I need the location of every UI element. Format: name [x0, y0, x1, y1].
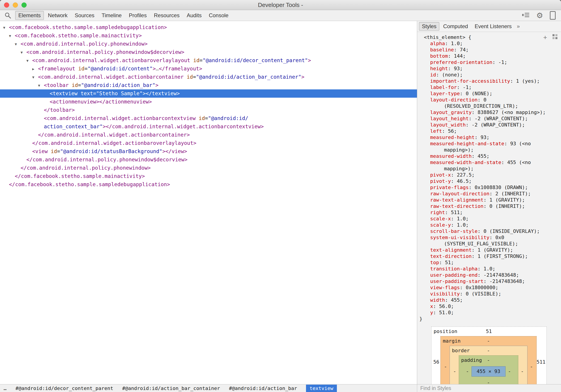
box-model-margin[interactable]: margin - - border - — [441, 336, 537, 384]
new-style-rule-icon[interactable]: + — [543, 34, 547, 41]
expanded-arrow-icon[interactable]: ▾ — [26, 57, 32, 65]
style-property[interactable]: user-padding-end: -2147483648; — [419, 272, 559, 278]
padding-bottom-value[interactable]: - — [487, 380, 490, 384]
tab-elements[interactable]: Elements — [15, 11, 44, 20]
style-property[interactable]: user-padding-start: -2147483648; — [419, 278, 559, 285]
style-property[interactable]: preferred-orientation: -1; — [419, 59, 559, 65]
style-property[interactable]: right: 511; — [419, 209, 559, 216]
style-property[interactable]: id: (none); — [419, 72, 559, 78]
style-property[interactable]: top: 51; — [419, 259, 559, 266]
tree-row[interactable]: ▾<com.facebook.stetho.sample.sampledebug… — [0, 23, 417, 31]
sidebar-tab-event-listeners[interactable]: Event Listeners — [472, 22, 515, 31]
style-property[interactable]: measured-width-and-state: 455 (<no mappi… — [419, 159, 559, 172]
expanded-arrow-icon[interactable]: ▾ — [15, 40, 21, 48]
tree-row[interactable]: </com.facebook.stetho.sample.mainactivit… — [0, 172, 417, 180]
collapsed-arrow-icon[interactable]: ▸ — [32, 65, 38, 73]
box-model-border[interactable]: border - - padding — [450, 346, 528, 384]
style-property[interactable]: view-flags: 0x18000000; — [419, 285, 559, 291]
style-property[interactable]: measured-height-and-state: 93 (<no mappi… — [419, 141, 559, 153]
breadcrumb-item[interactable]: #@android:id/decor_content_parent — [15, 385, 113, 391]
tree-row[interactable]: ▾<com.facebook.stetho.sample.mainactivit… — [0, 31, 417, 40]
styles-pane[interactable]: + <this_element> { alpha: 1.0;baseline: … — [417, 32, 561, 384]
padding-left-value[interactable]: - — [464, 368, 472, 375]
tab-timeline[interactable]: Timeline — [98, 11, 125, 20]
tab-network[interactable]: Network — [45, 11, 71, 20]
tree-row[interactable]: ▾<com.android.internal.policy.phonewindo… — [0, 48, 417, 56]
minimize-button[interactable] — [13, 2, 18, 8]
border-left-value[interactable]: - — [451, 355, 459, 384]
tree-row[interactable]: action_context_bar"></com.android.intern… — [0, 123, 417, 131]
breadcrumb-item[interactable]: #@android:id/action_bar — [229, 385, 297, 391]
style-property[interactable]: baseline: 74; — [419, 47, 559, 53]
settings-icon[interactable]: ⚙ — [536, 12, 543, 19]
tree-row[interactable]: </com.android.internal.widget.actionbaro… — [0, 139, 417, 147]
position-top-value[interactable]: 51 — [486, 329, 492, 334]
margin-top-value[interactable]: - — [487, 338, 490, 344]
padding-right-value[interactable]: - — [506, 368, 514, 375]
position-left-value[interactable]: 56 — [432, 336, 441, 384]
zoom-button[interactable] — [22, 2, 27, 8]
style-property[interactable]: layout_height: -2 (WRAP_CONTENT); — [419, 115, 559, 122]
tabs-overflow-icon[interactable]: » — [516, 23, 521, 30]
style-property[interactable]: measured-width: 455; — [419, 153, 559, 159]
style-property[interactable]: system-ui-visibility: 0x0 (SYSTEM_UI_FLA… — [419, 234, 559, 247]
close-button[interactable] — [4, 2, 9, 8]
style-property[interactable]: label-for: -1; — [419, 84, 559, 91]
style-property[interactable]: left: 56; — [419, 128, 559, 134]
style-property[interactable]: bottom: 144; — [419, 53, 559, 59]
breadcrumb-item[interactable]: textview — [306, 385, 337, 392]
style-property[interactable]: layout_gravity: 8388627 (<no mapping>); — [419, 109, 559, 115]
tree-row[interactable]: ▾<com.android.internal.widget.actionbaro… — [0, 56, 417, 65]
margin-right-value[interactable]: - — [528, 346, 536, 384]
tree-row[interactable]: </com.android.internal.policy.phonewindo… — [0, 155, 417, 164]
padding-top-value[interactable]: - — [487, 357, 490, 363]
tree-row[interactable]: ▾<com.android.internal.widget.actionbarc… — [0, 73, 417, 81]
style-property[interactable]: scale-x: 1.0; — [419, 216, 559, 222]
tree-row[interactable]: ▾<com.android.internal.policy.phonewindo… — [0, 40, 417, 48]
expanded-arrow-icon[interactable]: ▾ — [32, 73, 38, 81]
search-icon[interactable] — [3, 11, 12, 20]
tab-console[interactable]: Console — [205, 11, 232, 20]
style-property[interactable]: pivot-x: 227.5; — [419, 172, 559, 178]
elements-panel[interactable]: ▾<com.facebook.stetho.sample.sampledebug… — [0, 21, 417, 384]
expanded-arrow-icon[interactable]: ▾ — [21, 48, 26, 57]
box-model-padding[interactable]: padding - - 455 × 93 - — [459, 355, 518, 384]
style-property[interactable]: raw-text-alignment: 1 (GRAVITY); — [419, 197, 559, 203]
style-property[interactable]: raw-text-direction: 0 (INHERIT); — [419, 203, 559, 209]
expanded-arrow-icon[interactable]: ▾ — [38, 81, 44, 90]
style-property[interactable]: visibility: 0 (VISIBLE); — [419, 291, 559, 297]
tab-profiles[interactable]: Profiles — [126, 11, 150, 20]
style-property[interactable]: width: 455; — [419, 297, 559, 303]
box-model-position[interactable]: position 51 56 margin - - — [431, 327, 547, 384]
style-property[interactable]: height: 93; — [419, 65, 559, 72]
tree-row[interactable]: <com.android.internal.widget.actionbarco… — [0, 114, 417, 123]
tree-row[interactable]: <actionmenuview></actionmenuview> — [0, 98, 417, 106]
style-property[interactable]: text-alignment: 1 (GRAVITY); — [419, 247, 559, 253]
position-right-value[interactable]: 511 — [537, 336, 546, 384]
expanded-arrow-icon[interactable]: ▾ — [3, 23, 9, 32]
style-property[interactable]: layout-direction: 0 (RESOLVED_DIRECTION_… — [419, 97, 559, 109]
element-state-icon[interactable] — [552, 34, 558, 41]
style-property[interactable]: important-for-accessibility: 1 (yes); — [419, 78, 559, 84]
box-model-content[interactable]: 455 × 93 — [472, 366, 506, 377]
style-property[interactable]: raw-layout-direction: 2 (INHERIT); — [419, 191, 559, 197]
style-property[interactable]: text-direction: 1 (FIRST_STRONG); — [419, 253, 559, 259]
style-property[interactable]: y: 51.0; — [419, 309, 559, 316]
breadcrumb-item[interactable]: … — [4, 385, 7, 391]
style-property[interactable]: scroll-bar-style: 0 (INSIDE_OVERLAY); — [419, 228, 559, 234]
border-right-value[interactable]: - — [518, 355, 526, 384]
style-property[interactable]: measured-height: 93; — [419, 134, 559, 141]
style-property[interactable]: layer-type: 0 (NONE); — [419, 91, 559, 97]
tree-row[interactable]: ▾<toolbar id="@android:id/action_bar"> — [0, 81, 417, 89]
style-property[interactable]: private-flags: 0x1008830 (DRAWN); — [419, 184, 559, 191]
style-property[interactable]: layout_width: -2 (WRAP_CONTENT); — [419, 122, 559, 128]
style-property[interactable]: x: 56.0; — [419, 303, 559, 309]
breadcrumb-item[interactable]: #@android:id/action_bar_container — [122, 385, 220, 391]
tree-row[interactable]: ▸<framelayout id="@android:id/content">…… — [0, 65, 417, 73]
tree-row-selected[interactable]: <textview text="Stetho Sample"></textvie… — [0, 89, 417, 98]
sidebar-tab-styles[interactable]: Styles — [419, 22, 439, 31]
sidebar-tab-computed[interactable]: Computed — [440, 22, 471, 31]
expanded-arrow-icon[interactable]: ▾ — [9, 32, 15, 40]
tree-row[interactable]: <view id="@android:id/statusBarBackgroun… — [0, 147, 417, 155]
style-property[interactable]: scale-y: 1.0; — [419, 222, 559, 228]
